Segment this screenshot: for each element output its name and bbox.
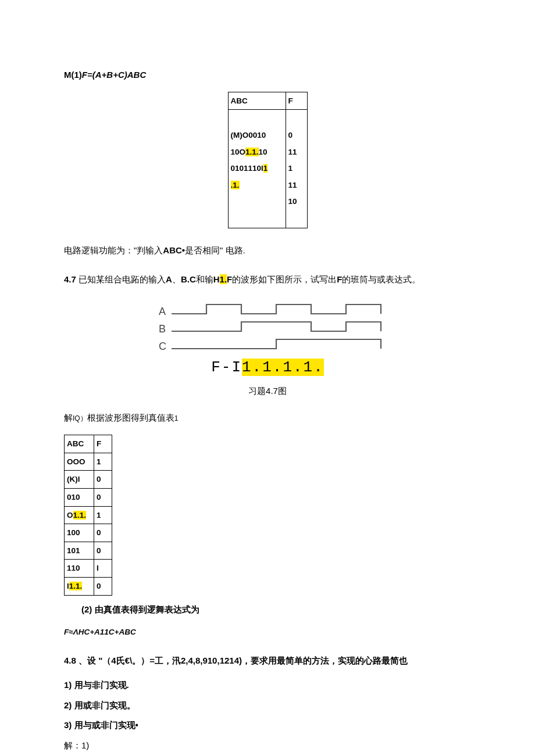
table-row: 0100 — [65, 488, 112, 506]
table1-body-right: 0 11 1 11 10 — [286, 110, 307, 228]
table2-col-f: 0 — [94, 578, 112, 596]
q48-solution-head: 解：1) — [64, 737, 471, 754]
table-row: 110I — [65, 560, 112, 578]
table2-col-f: 0 — [94, 488, 112, 506]
table1-header-abc: ABC — [228, 92, 286, 110]
q48-opt-3: 3) 用与或非门实现• — [64, 717, 471, 734]
table2-container: ABCFOOO1(K)I00100O1.1.110001010110II1.1.… — [64, 435, 471, 596]
table2-col-f: I — [94, 560, 112, 578]
table1-left-1: (M)O0010 — [231, 127, 283, 144]
table2-col-f: 0 — [94, 542, 112, 560]
answer-formula-line: M(1)F=(A+B+C)ABC — [64, 67, 471, 84]
table2-col-abc: (K)I — [65, 471, 94, 489]
logic-desc: 电路逻辑功能为："判输入ABC•是否相同" 电路. — [64, 242, 471, 259]
formula-expression: F≈ΛHC+A11C+ABC — [64, 625, 471, 640]
question-4-7: 4.7 已知某组合电跖的输入A、B.C和输H1.F的波形如下图所示，试写出F的班… — [64, 271, 471, 288]
table2-col-f: 1 — [94, 506, 112, 524]
q48-opt-2: 2) 用或非门实现。 — [64, 697, 471, 714]
q48-opt-1: 1) 用与非门实现. — [64, 677, 471, 694]
table2-col-abc: 010 — [65, 488, 94, 506]
table-row: 1000 — [65, 524, 112, 542]
table2-col-f: F — [94, 435, 112, 453]
table1-header-f: F — [286, 92, 307, 110]
formula-fi: F-I1.1.1.1. — [211, 353, 324, 382]
document-page: M(1)F=(A+B+C)ABC ABC F (M)O0010 10O1.1.1… — [0, 0, 535, 756]
line-2-expression: (2) 由真值表得到逻舞表达式为 — [64, 601, 471, 618]
table2-col-abc: ABC — [65, 435, 94, 453]
answer-prefix: M(1) — [64, 70, 82, 80]
table2-col-f: 0 — [94, 524, 112, 542]
table2-col-abc: OOO — [65, 453, 94, 471]
table2-col-f: 1 — [94, 453, 112, 471]
answer-formula: F=(A+B+C)ABC — [82, 70, 146, 80]
table1-left-3: 0101110I1 — [231, 160, 283, 177]
table1-left-4: .1. — [231, 177, 283, 194]
table2-col-f: 0 — [94, 471, 112, 489]
table-row: OOO1 — [65, 453, 112, 471]
table1-body-left: (M)O0010 10O1.1.10 0101110I1 .1. — [228, 110, 286, 228]
waveform-svg: A B C — [142, 296, 393, 354]
wave-label-a: A — [159, 306, 166, 317]
table1-left-2: 10O1.1.10 — [231, 144, 283, 160]
table-row: I1.1.0 — [65, 578, 112, 596]
table2-col-abc: O1.1. — [65, 506, 94, 524]
table1-container: ABC F (M)O0010 10O1.1.10 0101110I1 .1. 0… — [64, 92, 471, 228]
wave-label-c: C — [159, 341, 166, 352]
table-row: 1010 — [65, 542, 112, 560]
table-row: ABC F — [228, 92, 307, 110]
truth-table-1: ABC F (M)O0010 10O1.1.10 0101110I1 .1. 0… — [228, 92, 308, 228]
table2-col-abc: 110 — [65, 560, 94, 578]
table2-col-abc: I1.1. — [65, 578, 94, 596]
table-row: (M)O0010 10O1.1.10 0101110I1 .1. 0 11 1 … — [228, 110, 307, 228]
wave-label-b: B — [159, 323, 166, 335]
table2-col-abc: 100 — [65, 524, 94, 542]
question-4-8: 4.8 、设 "（4氏€\。）=工，汛2,4,8,910,1214)，要求用最简… — [64, 653, 471, 669]
table-row: ABCF — [65, 435, 112, 453]
table2-col-abc: 101 — [65, 542, 94, 560]
table-row: O1.1.1 — [65, 506, 112, 524]
solution-iq-line: 解IQ）根据波形图得到真值表1 — [64, 410, 471, 427]
figure-caption-47: 习题4.7图 — [248, 383, 287, 400]
truth-table-2: ABCFOOO1(K)I00100O1.1.110001010110II1.1.… — [64, 435, 112, 596]
table-row: (K)I0 — [65, 471, 112, 489]
waveform-figure: A B C F-I1.1.1.1. 习题4.7图 — [64, 296, 471, 408]
